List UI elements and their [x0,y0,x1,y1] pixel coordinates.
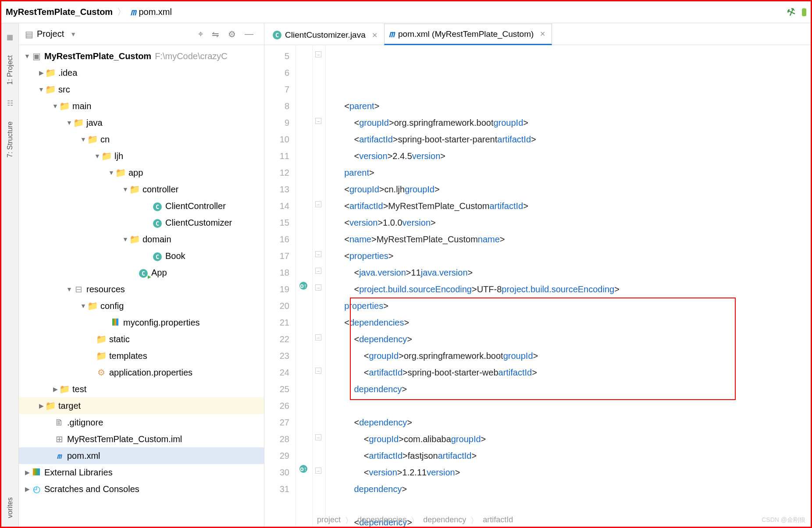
fold-toggle-icon[interactable]: – [315,118,321,124]
tree-root[interactable]: ▼▣ MyRestTemPlate_Custom F:\myCode\crazy… [19,48,264,64]
tree-test[interactable]: ▶📁test [19,381,264,397]
fold-toggle-icon[interactable]: – [315,368,321,374]
fold-toggle-icon[interactable]: – [315,468,321,474]
tree-app-props[interactable]: ▶⚙application.properties [19,364,264,381]
tree-target[interactable]: ▶📁target [19,397,264,414]
breadcrumb-bar: MyRestTemPlate_Custom 〉 m pom.xml ⚒ [1,1,811,23]
rail-structure[interactable]: 7: Structure [6,121,14,158]
tree-app[interactable]: ▼📁app [19,164,264,181]
panel-title[interactable]: Project [37,29,64,39]
tree-scratches[interactable]: ▶◴Scratches and Consoles [19,481,264,497]
project-view-icon: ▤ [25,29,33,39]
tree-iml[interactable]: ▶⊞MyRestTemPlate_Custom.iml [19,431,264,447]
code-content[interactable]: <parent> <groupId>org.springframework.bo… [326,45,811,527]
tree-resources[interactable]: ▼⊟resources [19,281,264,298]
project-tool-icon[interactable]: ▦ [7,33,13,41]
tree-pom[interactable]: ▶mpom.xml [19,447,264,464]
tree-app-class[interactable]: ▶CApp [19,264,264,281]
tree-myconfig[interactable]: ▶myconfig.properties [19,314,264,331]
tree-static[interactable]: ▶📁static [19,331,264,347]
tree-gitignore[interactable]: ▶🗎.gitignore [19,414,264,431]
gutter-icons: o↑ o↑ [296,45,313,527]
fold-toggle-icon[interactable]: – [315,201,321,207]
close-icon[interactable]: ✕ [372,31,378,39]
tree-templates[interactable]: ▶📁templates [19,347,264,364]
tab-client-customizer[interactable]: C ClientCustomizer.java ✕ [268,25,384,45]
fold-toggle-icon[interactable]: – [315,51,321,57]
chevron-right-icon: 〉 [117,6,126,18]
rail-project[interactable]: 1: Project [6,55,14,85]
maven-icon: m [389,28,395,39]
tree-idea[interactable]: ▶📁.idea [19,64,264,81]
tree-ljh[interactable]: ▼📁ljh [19,148,264,164]
tree-ext-lib[interactable]: ▶External Libraries [19,464,264,481]
fold-toggle-icon[interactable]: – [315,284,321,291]
build-hammer-icon[interactable]: ⚒ [785,5,798,19]
override-icon[interactable]: o↑ [299,282,307,290]
fold-toggle-icon[interactable]: – [315,251,321,257]
line-gutter: 5678910111213141516171819202122232425262… [264,45,296,527]
breadcrumb-file[interactable]: pom.xml [139,7,172,17]
close-icon[interactable]: ✕ [540,30,545,38]
fold-toggle-icon[interactable]: – [315,268,321,274]
editor-area: C ClientCustomizer.java ✕ m pom.xml (MyR… [264,23,811,527]
class-icon: C [273,31,281,39]
project-panel: ▤ Project ▼ ⌖ ⇋ ⚙ — ▼▣ MyRestTemPlate_Cu… [19,23,264,527]
chevron-down-icon[interactable]: ▼ [70,31,76,38]
collapse-all-icon[interactable]: ⇋ [212,29,219,39]
tool-window-rail: ▦ 1: Project ☷ 7: Structure vorites [1,23,19,527]
breadcrumb-project[interactable]: MyRestTemPlate_Custom [6,7,113,17]
rail-favorites[interactable]: vorites [6,497,14,518]
gear-icon[interactable]: ⚙ [228,29,236,39]
watermark: CSDN @金刚狼 [762,516,805,524]
hide-panel-icon[interactable]: — [245,29,253,39]
code-editor[interactable]: 5678910111213141516171819202122232425262… [264,45,811,527]
tree-client-customizer[interactable]: ▶CClientCustomizer [19,214,264,231]
structure-tool-icon[interactable]: ☷ [7,99,13,107]
tree-book[interactable]: ▶CBook [19,248,264,264]
tree-domain[interactable]: ▼📁domain [19,231,264,248]
tree-java[interactable]: ▼📁java [19,114,264,131]
tab-pom[interactable]: m pom.xml (MyRestTemPlate_Custom) ✕ [384,24,552,45]
fold-toggle-icon[interactable]: – [315,334,321,340]
fold-bar: – – – – – – – – – – [313,45,326,527]
run-config-icon[interactable] [802,8,806,16]
override-icon[interactable]: o↑ [299,465,307,473]
panel-header: ▤ Project ▼ ⌖ ⇋ ⚙ — [19,23,264,45]
editor-tabs: C ClientCustomizer.java ✕ m pom.xml (MyR… [264,23,811,45]
tree-main[interactable]: ▼📁main [19,98,264,114]
tree-controller[interactable]: ▼📁controller [19,181,264,198]
tree-root-path: F:\myCode\crazyC [155,51,228,61]
maven-icon: m [130,7,136,18]
locate-icon[interactable]: ⌖ [198,29,203,39]
editor-breadcrumb[interactable]: project〉 dependencies〉 dependency〉 artif… [317,515,513,526]
tree-config[interactable]: ▼📁config [19,298,264,314]
tree-cn[interactable]: ▼📁cn [19,131,264,148]
fold-toggle-icon[interactable]: – [315,434,321,440]
properties-icon [112,319,118,326]
project-tree[interactable]: ▼▣ MyRestTemPlate_Custom F:\myCode\crazy… [19,45,264,527]
tree-client-controller[interactable]: ▶CClientController [19,198,264,214]
tree-root-label: MyRestTemPlate_Custom [44,51,151,61]
tree-src[interactable]: ▼📁src [19,81,264,98]
